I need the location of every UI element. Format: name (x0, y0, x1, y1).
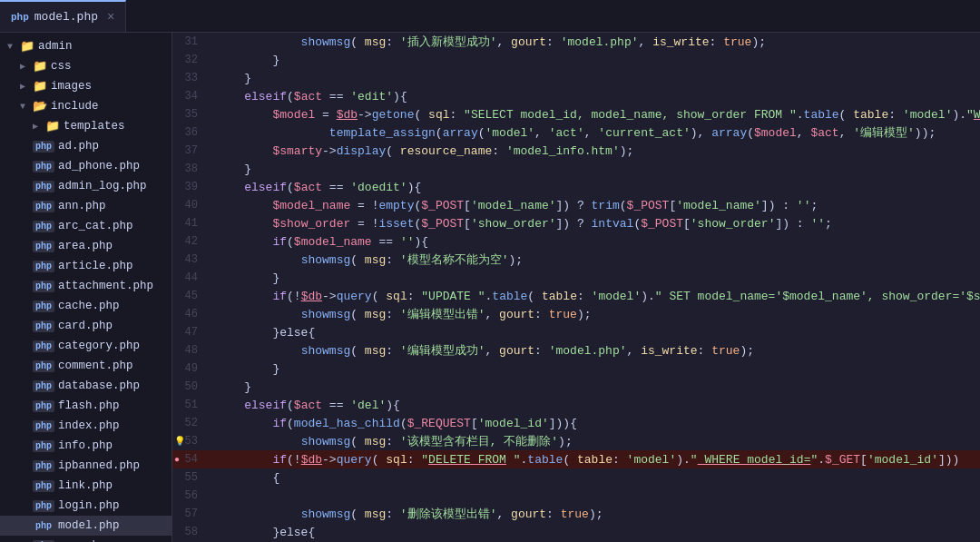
table-row: 49 } (172, 360, 980, 378)
sidebar-item-info-php[interactable]: ▶ php info.php (0, 436, 172, 456)
sidebar-item-label: cache.php (58, 300, 164, 312)
sidebar-item-article-php[interactable]: ▶ php article.php (0, 256, 172, 276)
spacer: ▶ (20, 201, 33, 212)
line-code: if(!$db->query( sql: "UPDATE ".table( ta… (209, 287, 980, 305)
arrow-icon: ▼ (20, 102, 33, 112)
sidebar-item-database-php[interactable]: ▶ php database.php (0, 376, 172, 396)
sidebar-item-label: attachment.php (58, 280, 164, 292)
code-table: 31 showmsg( msg: '插入新模型成功', gourt: 'mode… (172, 33, 980, 542)
php-icon: php (33, 420, 54, 432)
php-icon: php (33, 141, 54, 153)
sidebar-item-label: include (51, 100, 164, 113)
sidebar-item-ad-php[interactable]: ▶ php ad.php (0, 136, 172, 156)
sidebar-item-card-php[interactable]: ▶ php card.php (0, 316, 172, 336)
sidebar-item-attachment-php[interactable]: ▶ php attachment.php (0, 276, 172, 296)
php-icon: php (33, 241, 54, 252)
folder-icon: 📁 (33, 79, 47, 94)
sidebar-item-ad-phone-php[interactable]: ▶ php ad_phone.php (0, 156, 172, 176)
table-row: 50 } (172, 378, 980, 396)
spacer: ▶ (20, 380, 33, 391)
table-row: 💡53 showmsg( msg: '该模型含有栏目, 不能删除'); (172, 432, 980, 450)
php-icon: php (33, 261, 54, 272)
table-row: 48 showmsg( msg: '编辑模型成功', gourt: 'model… (172, 341, 980, 360)
line-code: if(!$db->query( sql: "DELETE FROM ".tabl… (209, 450, 980, 468)
tab-model-php[interactable]: php model.php × (0, 0, 126, 32)
sidebar-item-model-php[interactable]: ▶ php model.php (0, 516, 172, 536)
arrow-icon: ▼ (7, 42, 20, 52)
code-editor: 31 showmsg( msg: '插入新模型成功', gourt: 'mode… (172, 33, 980, 542)
table-row: 44 } (172, 269, 980, 287)
line-code: } (209, 269, 980, 287)
sidebar-item-cache-php[interactable]: ▶ php cache.php (0, 296, 172, 316)
line-number: 40 (172, 196, 209, 214)
table-row: 52 if(model_has_child($_REQUEST['model_i… (172, 414, 980, 432)
line-number: 57 (172, 505, 209, 523)
sidebar-item-label: templates (64, 120, 164, 133)
sidebar-item-arc-cat-php[interactable]: ▶ php arc_cat.php (0, 216, 172, 236)
line-code: showmsg( msg: '编辑模型出错', gourt: true); (209, 305, 980, 323)
line-number: 36 (172, 123, 209, 142)
php-icon: php (33, 520, 54, 532)
php-icon: php (33, 301, 54, 312)
line-number: 35 (172, 105, 209, 123)
sidebar-item-label: info.php (58, 439, 164, 452)
tab-close-button[interactable]: × (107, 10, 114, 25)
sidebar-item-include[interactable]: ▼ 📂 include (0, 96, 172, 116)
sidebar-item-link-php[interactable]: ▶ php link.php (0, 476, 172, 496)
spacer: ▶ (20, 500, 33, 511)
spacer: ▶ (20, 161, 33, 172)
code-scroll-area[interactable]: 31 showmsg( msg: '插入新模型成功', gourt: 'mode… (172, 33, 980, 542)
sidebar-item-flash-php[interactable]: ▶ php flash.php (0, 396, 172, 416)
sidebar-item-label: admin_log.php (58, 180, 164, 192)
line-number: 31 (172, 33, 209, 51)
line-number: 38 (172, 160, 209, 178)
line-code: $show_order = !isset($_POST['show_order'… (209, 214, 980, 232)
line-code: $smarty->display( resource_name: 'model_… (209, 142, 980, 160)
line-code: showmsg( msg: '该模型含有栏目, 不能删除'); (209, 432, 980, 450)
line-code: } (209, 51, 980, 69)
sidebar-item-admin-log-php[interactable]: ▶ php admin_log.php (0, 176, 172, 196)
sidebar-item-images[interactable]: ▶ 📁 images (0, 76, 172, 96)
line-number: 48 (172, 341, 209, 360)
sidebar-item-login-php[interactable]: ▶ php login.php (0, 496, 172, 516)
table-row: 32 } (172, 51, 980, 69)
line-number: 42 (172, 232, 209, 251)
arrow-icon: ▶ (33, 121, 45, 132)
line-number: 44 (172, 269, 209, 287)
folder-icon: 📁 (20, 39, 34, 54)
sidebar-item-index-php[interactable]: ▶ php index.php (0, 416, 172, 436)
table-row: 46 showmsg( msg: '编辑模型出错', gourt: true); (172, 305, 980, 323)
line-code: }else{ (209, 323, 980, 341)
sidebar-item-category-php[interactable]: ▶ php category.php (0, 336, 172, 356)
table-row: 47 }else{ (172, 323, 980, 341)
sidebar-item-css[interactable]: ▶ 📁 css (0, 56, 172, 76)
spacer: ▶ (20, 141, 33, 152)
php-icon: php (33, 500, 54, 512)
line-number: 46 (172, 305, 209, 323)
arrow-icon: ▶ (20, 61, 33, 72)
line-code: showmsg( msg: '插入新模型成功', gourt: 'model.p… (209, 33, 980, 51)
line-code: template_assign(array('model', 'act', 'c… (209, 123, 980, 142)
php-badge: php (11, 12, 29, 23)
spacer: ▶ (20, 261, 33, 271)
spacer: ▶ (20, 241, 33, 251)
line-code: } (209, 160, 980, 178)
sidebar-item-comment-php[interactable]: ▶ php comment.php (0, 356, 172, 376)
table-row: 43 showmsg( msg: '模型名称不能为空'); (172, 251, 980, 269)
spacer: ▶ (20, 181, 33, 192)
sidebar-item-admin[interactable]: ▼ 📁 admin (0, 36, 172, 56)
line-number: 41 (172, 214, 209, 232)
sidebar-item-ipbanned-php[interactable]: ▶ php ipbanned.php (0, 456, 172, 476)
line-code: } (209, 378, 980, 396)
gutter-error-icon: ● (174, 455, 180, 465)
sidebar-item-templates[interactable]: ▶ 📁 templates (0, 116, 172, 136)
arrow-icon: ▶ (20, 81, 33, 92)
gutter-warning-icon: 💡 (174, 436, 185, 447)
line-number: 💡53 (172, 432, 209, 450)
sidebar-item-area-php[interactable]: ▶ php area.php (0, 236, 172, 256)
line-code: showmsg( msg: '删除该模型出错', gourt: true); (209, 505, 980, 523)
sidebar-item-nav-php[interactable]: ▶ php nav.php (0, 536, 172, 542)
table-row: 33 } (172, 69, 980, 87)
php-icon: php (33, 460, 54, 472)
sidebar-item-ann-php[interactable]: ▶ php ann.php (0, 196, 172, 216)
